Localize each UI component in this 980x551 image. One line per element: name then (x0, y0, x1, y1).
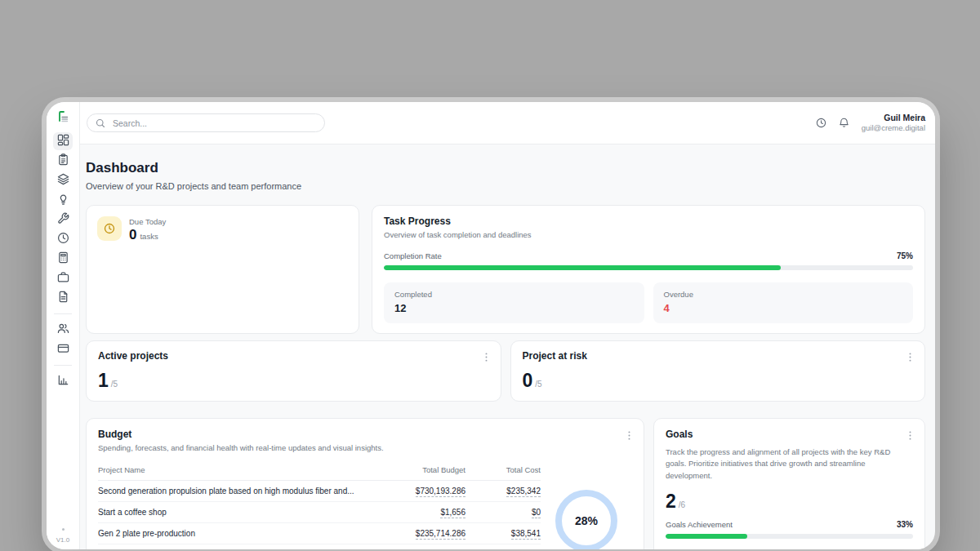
budget-table: Project Name Total Budget Total Cost Sec… (98, 461, 541, 549)
completed-value: 12 (394, 302, 634, 314)
page-title: Dashboard (86, 160, 925, 176)
topbar-right: Guil Meira guil@creme.digital (816, 113, 925, 134)
clipboard-icon (57, 153, 69, 169)
budget-title: Budget (98, 429, 384, 440)
overdue-value: 4 (664, 302, 903, 314)
project-name: Second generation propulsion plate based… (98, 487, 369, 495)
completed-stat: Completed 12 (384, 282, 644, 323)
column-project-name: Project Name (98, 465, 369, 474)
sidebar-item-layers[interactable] (53, 171, 73, 189)
sidebar-item-analytics[interactable] (53, 372, 73, 390)
total-cost-value[interactable]: $38,541 (511, 529, 541, 540)
goals-achievement-bar-fill (666, 534, 747, 539)
project-name: Start a coffee shop (98, 508, 369, 517)
goals-subtitle: Track the progress and alignment of all … (666, 447, 913, 482)
search-input[interactable] (111, 118, 316, 129)
row-summary: Due Today 0 tasks Task Progress Overview… (86, 205, 925, 324)
sidebar-item-tools[interactable] (53, 211, 73, 229)
table-row: Second generation propulsion plate based… (98, 481, 541, 502)
sidebar-footer: V1.0 (47, 528, 79, 544)
task-progress-card: Task Progress Overview of task completio… (372, 205, 925, 334)
completed-label: Completed (394, 290, 634, 299)
budget-donut-label: 28% (575, 514, 598, 527)
due-today-clock-icon (97, 216, 122, 241)
sidebar-item-team[interactable] (53, 321, 73, 339)
sidebar-item-tasks[interactable] (53, 152, 73, 170)
active-projects-card: Active projects 1 /5 (86, 340, 501, 402)
lightbulb-icon (57, 193, 69, 208)
total-cost-value[interactable]: $235,342 (506, 487, 541, 497)
sidebar: V1.0 (47, 102, 80, 549)
app-logo-icon (56, 109, 70, 124)
page-subtitle: Overview of your R&D projects and team p… (86, 181, 925, 191)
project-at-risk-total: /5 (535, 380, 541, 389)
sidebar-item-portfolio[interactable] (53, 269, 73, 287)
user-email: guil@creme.digital (862, 123, 925, 133)
dashboard-grid-icon (57, 134, 69, 149)
credit-card-icon (57, 342, 69, 358)
notifications-bell-button[interactable] (839, 118, 849, 128)
task-progress-subtitle: Overview of task completion and deadline… (384, 230, 532, 239)
table-row: Start a coffee shop $1,656 $0 (98, 502, 541, 523)
sidebar-item-dashboard[interactable] (53, 132, 73, 150)
goals-achievement-value: 33% (897, 520, 913, 529)
budget-subtitle: Spending, forecasts, and financial healt… (98, 443, 384, 452)
sidebar-item-documents[interactable] (53, 289, 73, 307)
project-at-risk-menu-button[interactable] (907, 350, 913, 364)
due-today-card: Due Today 0 tasks (86, 205, 359, 334)
main-area: Guil Meira guil@creme.digital Dashboard … (80, 102, 935, 549)
briefcase-icon (57, 271, 69, 287)
budget-table-header: Project Name Total Budget Total Cost (98, 461, 541, 481)
file-text-icon (57, 291, 69, 306)
budget-menu-button[interactable] (626, 429, 632, 442)
goals-title: Goals (666, 429, 693, 440)
bar-chart-icon (57, 374, 69, 389)
budget-donut-wrap: 28% (541, 461, 632, 549)
due-today-label: Due Today (129, 217, 166, 226)
column-total-budget: Total Budget (369, 465, 466, 474)
completion-rate-bar (384, 265, 913, 270)
active-projects-menu-button[interactable] (483, 350, 489, 364)
goals-achievement-bar (666, 534, 913, 539)
budget-donut-chart: 28% (555, 490, 617, 550)
active-projects-total: /5 (111, 380, 118, 389)
clock-icon (57, 232, 69, 247)
total-budget-value[interactable]: $730,193.286 (416, 487, 466, 497)
sidebar-item-billing[interactable] (53, 340, 73, 358)
row-projects: Active projects 1 /5 Project at risk 0 (86, 340, 925, 402)
table-row: Gen 2 plate pre-production $235,714.286 … (98, 523, 541, 544)
sidebar-item-calculator[interactable] (53, 250, 73, 268)
search-box[interactable] (87, 113, 325, 132)
user-name: Guil Meira (862, 113, 925, 124)
column-total-cost: Total Cost (466, 465, 541, 474)
sidebar-item-time[interactable] (53, 230, 73, 248)
goals-value: 2 (666, 492, 676, 511)
active-projects-value: 1 (98, 371, 109, 390)
history-clock-button[interactable] (816, 118, 826, 128)
task-progress-title: Task Progress (384, 216, 532, 227)
topbar: Guil Meira guil@creme.digital (80, 102, 935, 144)
app-window: V1.0 Guil Meira guil@creme.digital Dashb… (47, 102, 935, 549)
total-budget-value[interactable]: $1,656 (440, 508, 466, 518)
table-row: Creighton Beryllium mine project $0 $0 (98, 544, 541, 549)
goals-menu-button[interactable] (907, 429, 913, 442)
project-at-risk-card: Project at risk 0 /5 (510, 340, 926, 402)
overdue-label: Overdue (664, 290, 903, 299)
version-label: V1.0 (56, 536, 69, 544)
status-dot (62, 528, 65, 531)
user-menu[interactable]: Guil Meira guil@creme.digital (862, 113, 925, 134)
wrench-icon (57, 212, 69, 228)
total-budget-value[interactable]: $235,714.286 (416, 529, 466, 540)
project-at-risk-title: Project at risk (523, 350, 587, 362)
sidebar-divider (54, 365, 72, 366)
goals-card: Goals Track the progress and alignment o… (653, 418, 925, 549)
dashboard-content: Dashboard Overview of your R&D projects … (80, 144, 935, 549)
due-today-unit: tasks (140, 232, 158, 241)
total-cost-value[interactable]: $0 (532, 508, 541, 518)
users-icon (57, 322, 69, 338)
project-name: Gen 2 plate pre-production (98, 529, 369, 538)
sidebar-divider (54, 313, 72, 314)
sidebar-item-ideas[interactable] (53, 191, 73, 209)
calculator-icon (57, 251, 69, 267)
row-budget-goals: Budget Spending, forecasts, and financia… (86, 418, 925, 549)
